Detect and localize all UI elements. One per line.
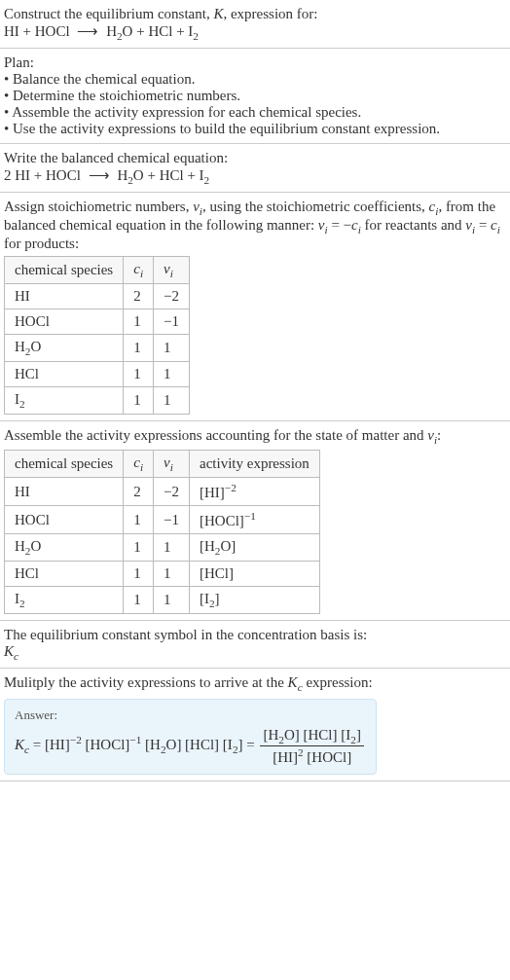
- final-section: Mulitply the activity expressions to arr…: [0, 669, 510, 781]
- activity-intro: Assemble the activity expressions accoun…: [4, 427, 506, 446]
- cell-expr: [HCl]: [189, 562, 319, 587]
- plan-heading: Plan:: [4, 54, 506, 71]
- kc-frac-den: [HI]2 [HOCl]: [260, 746, 363, 766]
- cell-ci: 2: [124, 478, 154, 506]
- cell-species: HCl: [5, 362, 124, 387]
- cell-nui: 1: [154, 362, 190, 387]
- stoich-table: chemical species ci νi HI2−2HOCl1−1H2O11…: [4, 256, 190, 415]
- cell-species: H2O: [5, 534, 124, 562]
- table-row: HCl11[HCl]: [5, 562, 320, 587]
- cell-species: I2: [5, 587, 124, 614]
- cell-expr: [HOCl]−1: [189, 506, 319, 534]
- kc-symbol-section: The equilibrium constant symbol in the c…: [0, 621, 510, 669]
- cell-nui: 1: [154, 587, 190, 614]
- plan-items: • Balance the chemical equation.• Determ…: [4, 71, 506, 137]
- activity-section: Assemble the activity expressions accoun…: [0, 421, 510, 621]
- stoich-intro: Assign stoichiometric numbers, νi, using…: [4, 199, 506, 252]
- kc-symbol-line1: The equilibrium constant symbol in the c…: [4, 627, 506, 643]
- cell-species: HOCl: [5, 506, 124, 534]
- balanced-section: Write the balanced chemical equation: 2 …: [0, 144, 510, 193]
- cell-species: HI: [5, 478, 124, 506]
- table-row: H2O11[H2O]: [5, 534, 320, 562]
- table-row: HCl11: [5, 362, 190, 387]
- cell-ci: 1: [124, 534, 154, 562]
- table-header-row: chemical species ci νi activity expressi…: [5, 451, 320, 478]
- intro-equation: HI + HOCl ⟶ H2O + HCl + I2: [4, 22, 506, 42]
- answer-label: Answer:: [15, 708, 366, 723]
- cell-expr: [H2O]: [189, 534, 319, 562]
- cell-ci: 1: [124, 562, 154, 587]
- col-expr: activity expression: [189, 451, 319, 478]
- cell-expr: [HI]−2: [189, 478, 319, 506]
- cell-nui: −2: [154, 284, 190, 309]
- cell-nui: 1: [154, 562, 190, 587]
- balanced-equation: 2 HI + HOCl ⟶ H2O + HCl + I2: [4, 166, 506, 186]
- cell-species: I2: [5, 387, 124, 415]
- cell-nui: 1: [154, 534, 190, 562]
- plan-item: • Balance the chemical equation.: [4, 71, 506, 88]
- answer-box: Answer: Kc = [HI]−2 [HOCl]−1 [H2O] [HCl]…: [4, 699, 377, 775]
- cell-ci: 1: [124, 335, 154, 362]
- plan-item: • Assemble the activity expression for e…: [4, 104, 506, 121]
- table-row: HOCl1−1: [5, 309, 190, 335]
- cell-ci: 1: [124, 362, 154, 387]
- plan-section: Plan: • Balance the chemical equation.• …: [0, 49, 510, 144]
- intro-lead2: , expression for:: [223, 6, 317, 21]
- col-species: chemical species: [5, 257, 124, 284]
- cell-nui: −2: [154, 478, 190, 506]
- kc-expression: Kc = [HI]−2 [HOCl]−1 [H2O] [HCl] [I2] = …: [15, 727, 366, 766]
- table-row: I211[I2]: [5, 587, 320, 614]
- intro-K: K: [213, 6, 223, 21]
- activity-table: chemical species ci νi activity expressi…: [4, 450, 320, 614]
- table-header-row: chemical species ci νi: [5, 257, 190, 284]
- cell-nui: −1: [154, 506, 190, 534]
- col-nui: νi: [154, 257, 190, 284]
- cell-ci: 1: [124, 309, 154, 335]
- stoich-section: Assign stoichiometric numbers, νi, using…: [0, 193, 510, 421]
- cell-species: H2O: [5, 335, 124, 362]
- intro-section: Construct the equilibrium constant, K, e…: [0, 0, 510, 49]
- col-ci: ci: [124, 451, 154, 478]
- kc-lhs: Kc = [HI]−2 [HOCl]−1 [H2O] [HCl] [I2] =: [15, 737, 258, 752]
- table-row: HI2−2: [5, 284, 190, 309]
- col-species: chemical species: [5, 451, 124, 478]
- cell-species: HOCl: [5, 309, 124, 335]
- cell-species: HCl: [5, 562, 124, 587]
- cell-expr: [I2]: [189, 587, 319, 614]
- intro-lead: Construct the equilibrium constant,: [4, 6, 213, 21]
- cell-nui: 1: [154, 387, 190, 415]
- table-row: H2O11: [5, 335, 190, 362]
- kc-frac-num: [H2O] [HCl] [I2]: [260, 727, 363, 746]
- cell-nui: 1: [154, 335, 190, 362]
- col-ci: ci: [124, 257, 154, 284]
- plan-item: • Determine the stoichiometric numbers.: [4, 88, 506, 104]
- cell-ci: 2: [124, 284, 154, 309]
- table-row: HOCl1−1[HOCl]−1: [5, 506, 320, 534]
- final-heading: Mulitply the activity expressions to arr…: [4, 674, 506, 693]
- balanced-heading: Write the balanced chemical equation:: [4, 150, 506, 166]
- cell-nui: −1: [154, 309, 190, 335]
- kc-symbol-line2: Kc: [4, 643, 506, 662]
- intro-line1: Construct the equilibrium constant, K, e…: [4, 6, 506, 22]
- table-row: I211: [5, 387, 190, 415]
- col-nui: νi: [154, 451, 190, 478]
- cell-ci: 1: [124, 387, 154, 415]
- kc-fraction: [H2O] [HCl] [I2][HI]2 [HOCl]: [260, 727, 363, 766]
- cell-ci: 1: [124, 506, 154, 534]
- table-row: HI2−2[HI]−2: [5, 478, 320, 506]
- cell-species: HI: [5, 284, 124, 309]
- plan-item: • Use the activity expressions to build …: [4, 121, 506, 137]
- cell-ci: 1: [124, 587, 154, 614]
